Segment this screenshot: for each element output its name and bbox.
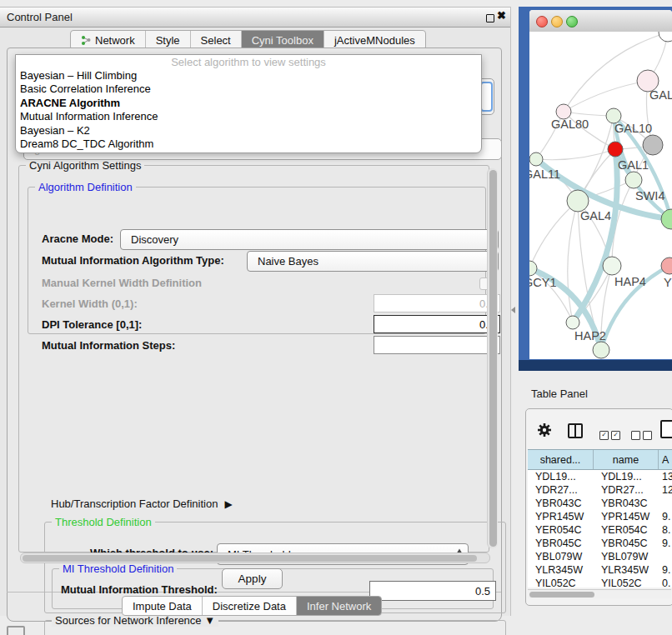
algorithm-definition-group: Algorithm Definition Aracne Mode: Discov… — [28, 187, 486, 334]
network-canvas-svg[interactable]: GALGAL80GAL10GAL1GAL11SWI4GAL4GCY1HAP4YH… — [529, 32, 672, 359]
table-cell: YER054C — [528, 523, 594, 537]
traffic-light-close[interactable] — [536, 16, 548, 28]
algorithm-option[interactable]: Mutual Information Inference — [16, 110, 481, 123]
table-row[interactable]: YDR27...YDR27...12 — [528, 483, 672, 497]
sources-group-title: Sources for Network Inference ▼ — [52, 614, 218, 627]
settings-hscrollbar[interactable] — [20, 552, 490, 563]
tab-jactivemnodules[interactable]: jActiveMNodules — [323, 31, 425, 49]
network-canvas[interactable]: GALGAL80GAL10GAL1GAL11SWI4GAL4GCY1HAP4YH… — [529, 32, 672, 359]
network-node-hap4[interactable] — [603, 257, 621, 275]
network-node-hap2[interactable] — [566, 316, 579, 329]
table-cell — [659, 550, 672, 563]
table-panel: ✓✓ shared...nameA YDL19...YDL19...13YDR2… — [525, 408, 672, 606]
algorithm-option[interactable]: ARACNE Algorithm — [16, 97, 481, 110]
mi-type-combo[interactable]: Naive Bayes — [247, 251, 499, 272]
table-row[interactable]: YBR043CYBR043C — [528, 497, 672, 510]
export-table-icon[interactable] — [660, 420, 672, 438]
node-label: GAL11 — [529, 168, 560, 181]
table-row[interactable]: YLR345WYLR345W9. — [528, 563, 672, 577]
algorithm-option[interactable]: Bayesian – K2 — [16, 124, 481, 138]
sources-group: Sources for Network Inference ▼ Data Att… — [44, 620, 506, 635]
algorithm-option[interactable]: Dream8 DC_TDC Algorithm — [16, 138, 481, 151]
settings-hscrollbar-thumb[interactable] — [23, 555, 477, 562]
table-body: YDL19...YDL19...13YDR27...YDR27...12YBR0… — [528, 470, 672, 588]
show-columns-icon[interactable]: ✓✓ — [599, 427, 623, 440]
algorithm-option[interactable]: Bayesian – Hill Climbing — [16, 69, 481, 82]
traffic-light-minimize[interactable] — [551, 16, 563, 28]
tab-label: Infer Network — [307, 600, 371, 612]
bottom-tab-strip: Impute DataDiscretize DataInfer Network — [122, 596, 382, 616]
table-row[interactable]: YDL19...YDL19...13 — [528, 470, 672, 483]
dpi-tolerance-label: DPI Tolerance [0,1]: — [42, 318, 142, 331]
network-node-gal1[interactable] — [608, 142, 623, 157]
split-view-icon[interactable] — [568, 423, 583, 438]
gear-icon[interactable] — [537, 422, 552, 438]
table-hscrollbar-thumb[interactable] — [529, 592, 594, 598]
table-hscrollbar[interactable] — [528, 589, 671, 598]
table-cell: YDL19... — [528, 470, 594, 483]
table-cell: 13 — [659, 470, 672, 483]
table-cell: 9. — [659, 537, 672, 550]
network-titlebar[interactable] — [529, 10, 672, 32]
apply-button[interactable]: Apply — [222, 568, 283, 589]
hub-definition-row[interactable]: Hub/Transcription Factor Definition▶ — [51, 498, 233, 510]
tab-cyni-toolbox[interactable]: Cyni Toolbox — [241, 31, 323, 49]
table-row[interactable]: YIL052CYIL052C0. — [528, 577, 672, 588]
tab-select[interactable]: Select — [190, 31, 241, 49]
network-node[interactable] — [643, 135, 663, 155]
network-node[interactable] — [659, 32, 672, 42]
close-icon[interactable]: ✖ — [497, 9, 506, 22]
expand-right-icon[interactable]: ▶ — [224, 498, 232, 510]
aracne-mode-label: Aracne Mode: — [42, 232, 113, 245]
settings-vscrollbar-thumb[interactable] — [489, 170, 497, 547]
network-edge[interactable] — [564, 81, 648, 112]
table-cell: YLR345W — [594, 563, 659, 577]
column-header[interactable]: A — [659, 450, 672, 469]
bottom-tab-infer-network[interactable]: Infer Network — [296, 597, 381, 615]
mi-threshold-field[interactable]: 0.5 — [369, 581, 496, 601]
kernel-width-label: Kernel Width (0,1): — [42, 298, 138, 310]
hide-columns-icon[interactable] — [631, 427, 654, 440]
column-header[interactable]: name — [594, 450, 659, 469]
network-icon — [81, 35, 91, 45]
data-table: shared...nameA YDL19...YDL19...13YDR27..… — [528, 449, 672, 588]
kernel-width-field[interactable]: 0.0 — [374, 294, 500, 312]
algorithm-option[interactable]: Basic Correlation Inference — [16, 82, 481, 96]
cyni-settings-title: Cyni Algorithm Settings — [26, 159, 144, 172]
mi-threshold-group-title: MI Threshold Definition — [59, 562, 177, 575]
tab-network[interactable]: Network — [71, 31, 145, 49]
network-node[interactable] — [593, 342, 609, 358]
table-cell: 9. — [659, 510, 672, 523]
dpi-tolerance-field[interactable]: 0.0 — [374, 315, 500, 333]
table-row[interactable]: YPR145WYPR145W9. — [528, 510, 672, 523]
aracne-mode-combo[interactable]: Discovery — [120, 229, 499, 250]
table-row[interactable]: YBR045CYBR045C9. — [528, 537, 672, 550]
network-node-swi4[interactable] — [625, 172, 642, 188]
column-header[interactable]: shared... — [528, 450, 594, 469]
bottom-tab-impute-data[interactable]: Impute Data — [123, 597, 202, 615]
node-label: SWI4 — [635, 189, 664, 202]
node-label: GAL4 — [580, 209, 611, 222]
traffic-light-zoom[interactable] — [566, 16, 578, 28]
table-row[interactable]: YER054CYER054C8. — [528, 523, 672, 537]
mi-steps-field[interactable]: 6 — [374, 336, 500, 354]
network-node-gal11[interactable] — [529, 152, 543, 166]
tab-label: Select — [201, 34, 231, 47]
manual-kernel-label: Manual Kernel Width Definition — [42, 277, 202, 289]
table-header-row: shared...nameA — [528, 449, 672, 470]
table-cell: YPR145W — [594, 510, 659, 523]
inference-combo-focus[interactable] — [480, 82, 493, 112]
table-row[interactable]: YBL079WYBL079W — [528, 550, 672, 563]
table-cell: YIL052C — [594, 577, 659, 588]
collapsed-panel-icon[interactable] — [7, 626, 25, 635]
float-icon[interactable] — [486, 14, 494, 22]
bottom-tab-discretize-data[interactable]: Discretize Data — [202, 597, 296, 615]
panel-divider-handle[interactable] — [511, 307, 515, 313]
network-frame-bottom — [519, 360, 672, 371]
settings-vscrollbar[interactable] — [487, 168, 498, 548]
tab-label: jActiveMNodules — [334, 34, 415, 47]
table-cell: YBR045C — [594, 537, 659, 550]
collapse-down-icon[interactable]: ▼ — [204, 614, 215, 627]
aracne-mode-value: Discovery — [131, 233, 178, 246]
tab-style[interactable]: Style — [145, 31, 190, 49]
